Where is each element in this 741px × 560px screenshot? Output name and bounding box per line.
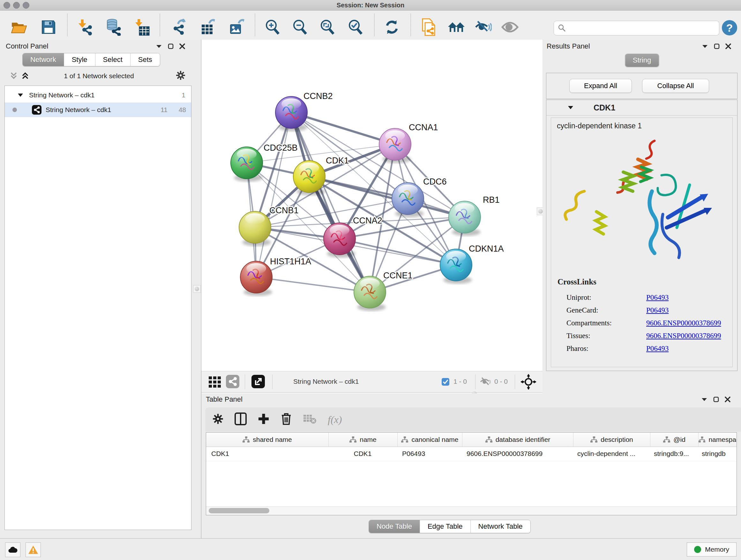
refresh-view-button[interactable] bbox=[384, 19, 400, 37]
column-header-name[interactable]: name bbox=[329, 433, 398, 447]
float-panel-icon[interactable] bbox=[168, 44, 174, 49]
delete-column-trash-icon[interactable] bbox=[280, 413, 292, 427]
network-share-icon[interactable] bbox=[226, 374, 240, 390]
gene-disclosure-icon[interactable] bbox=[567, 105, 574, 110]
tab-edge-table[interactable]: Edge Table bbox=[420, 520, 471, 533]
node-HIST1H1A[interactable]: HIST1H1A bbox=[240, 257, 311, 296]
search-box[interactable] bbox=[554, 21, 719, 36]
float-panel-icon[interactable] bbox=[713, 396, 719, 402]
open-in-external-icon[interactable] bbox=[251, 374, 265, 390]
disclosure-triangle-icon[interactable] bbox=[17, 93, 23, 98]
crosslink-value-link[interactable]: P06493 bbox=[646, 294, 669, 302]
hidden-eye-slash-icon[interactable] bbox=[480, 377, 492, 388]
show-columns-icon[interactable] bbox=[234, 413, 247, 427]
close-window-button[interactable] bbox=[3, 2, 10, 9]
node-label-CDK1: CDK1 bbox=[326, 156, 349, 165]
column-header-shared-name[interactable]: shared name bbox=[206, 433, 329, 447]
delete-table-icon[interactable] bbox=[303, 414, 317, 426]
close-panel-icon[interactable] bbox=[179, 44, 185, 49]
float-panel-icon[interactable] bbox=[714, 44, 720, 49]
import-network-from-file-button[interactable] bbox=[77, 19, 94, 37]
save-session-button[interactable] bbox=[41, 19, 56, 36]
panel-menu-icon[interactable] bbox=[702, 44, 708, 49]
node-CDC25B[interactable]: CDC25B bbox=[231, 143, 298, 182]
birds-eye-view-icon[interactable] bbox=[521, 374, 536, 391]
panel-menu-icon[interactable] bbox=[701, 397, 708, 401]
hide-selected-eye-icon[interactable] bbox=[475, 20, 492, 36]
network-canvas[interactable]: CCNB2CCNA1CDC25BCDK1CDC6RB1CCNB1CCNA2CDK… bbox=[201, 40, 542, 371]
scrollbar-thumb[interactable] bbox=[209, 508, 269, 513]
panel-menu-icon[interactable] bbox=[156, 44, 162, 49]
column-header-database-identifier[interactable]: database identifier bbox=[462, 433, 574, 447]
export-table-button[interactable] bbox=[200, 19, 216, 37]
open-session-button[interactable] bbox=[10, 19, 28, 36]
search-input[interactable] bbox=[566, 24, 704, 32]
node-RB1[interactable]: RB1 bbox=[449, 195, 500, 236]
minimize-window-button[interactable] bbox=[13, 2, 20, 9]
warnings-button[interactable] bbox=[25, 543, 41, 557]
zoom-window-button[interactable] bbox=[23, 2, 29, 9]
clone-network-button[interactable] bbox=[420, 18, 436, 37]
export-image-button[interactable] bbox=[228, 19, 245, 37]
crosslink-value-link[interactable]: 9606.ENSP00000378699 bbox=[646, 332, 721, 340]
table-tabs: Node TableEdge TableNetwork Table bbox=[368, 520, 531, 533]
tab-sets[interactable]: Sets bbox=[131, 53, 160, 66]
edge-HIST1H1A-CCNE1[interactable] bbox=[256, 277, 370, 292]
crosslink-value-link[interactable]: P06493 bbox=[646, 306, 669, 314]
function-builder-icon[interactable]: f(x) bbox=[328, 414, 342, 426]
zoom-selected-button[interactable] bbox=[347, 19, 363, 37]
crosslink-label: GeneCard: bbox=[566, 306, 646, 314]
node-CCNA1[interactable]: CCNA1 bbox=[379, 123, 438, 163]
column-header-canonical-name[interactable]: canonical name bbox=[398, 433, 462, 447]
gene-header-row[interactable]: CDK1 bbox=[546, 100, 737, 116]
column-header-description[interactable]: description bbox=[574, 433, 650, 447]
crosslink-value-link[interactable]: P06493 bbox=[646, 345, 669, 353]
expand-all-button[interactable]: Expand All bbox=[569, 79, 632, 93]
zoom-out-button[interactable] bbox=[292, 19, 308, 37]
collapse-all-chevron-icon[interactable] bbox=[10, 71, 18, 81]
tab-string[interactable]: String bbox=[625, 54, 659, 67]
grid-view-icon[interactable] bbox=[208, 375, 222, 390]
memory-button[interactable]: Memory bbox=[687, 543, 737, 557]
show-graphics-details-eye-icon[interactable] bbox=[501, 21, 519, 35]
tab-network[interactable]: Network bbox=[23, 53, 64, 66]
close-panel-icon[interactable] bbox=[725, 44, 731, 49]
tab-node-table[interactable]: Node Table bbox=[369, 520, 420, 533]
tab-style[interactable]: Style bbox=[64, 53, 95, 66]
add-column-icon[interactable] bbox=[258, 413, 270, 426]
node-table[interactable]: shared namenamecanonical namedatabase id… bbox=[206, 432, 737, 515]
zoom-in-button[interactable] bbox=[265, 19, 280, 37]
crosslink-value-link[interactable]: 9606.ENSP00000378699 bbox=[646, 319, 721, 327]
edge-CCNA2-CDKN1A[interactable] bbox=[340, 239, 456, 265]
toolbar-separator bbox=[159, 14, 160, 36]
column-header-namespace[interactable]: namespace bbox=[698, 433, 737, 447]
node-CDK1[interactable]: CDK1 bbox=[293, 156, 349, 195]
table-horizontal-scrollbar[interactable] bbox=[206, 506, 737, 515]
node-CCNB2[interactable]: CCNB2 bbox=[275, 91, 333, 131]
network-collection-row[interactable]: String Network – cdk1 1 bbox=[5, 88, 191, 103]
node-CDKN1A[interactable]: CDKN1A bbox=[440, 244, 504, 284]
left-divider-handle[interactable] bbox=[193, 285, 201, 293]
network-options-gear-icon[interactable] bbox=[176, 70, 186, 82]
tab-select[interactable]: Select bbox=[95, 53, 131, 66]
tab-network-table[interactable]: Network Table bbox=[471, 520, 530, 533]
edge-CCNB2-CCNA1[interactable] bbox=[291, 112, 395, 144]
import-table-from-file-button[interactable] bbox=[134, 18, 150, 37]
table-row[interactable]: CDK1CDK1P064939606.ENSP00000378699cyclin… bbox=[206, 447, 737, 461]
table-cell: P06493 bbox=[397, 447, 461, 461]
expand-all-chevron-icon[interactable] bbox=[21, 71, 29, 81]
selected-checkbox-icon[interactable] bbox=[441, 378, 450, 387]
export-network-button[interactable] bbox=[171, 19, 188, 37]
collapse-all-button[interactable]: Collapse All bbox=[642, 79, 709, 93]
help-button[interactable]: ? bbox=[722, 20, 737, 36]
column-header--id[interactable]: @id bbox=[650, 433, 698, 447]
network-row-selected[interactable]: String Network – cdk1 11 48 bbox=[5, 103, 191, 117]
home-button[interactable] bbox=[448, 20, 465, 36]
cloud-status-button[interactable] bbox=[5, 543, 20, 557]
crosslink-row: Uniprot:P06493 bbox=[566, 294, 732, 302]
network-view[interactable]: CCNB2CCNA1CDC25BCDK1CDC6RB1CCNB1CCNA2CDK… bbox=[201, 40, 542, 393]
close-panel-icon[interactable] bbox=[725, 396, 731, 402]
zoom-fit-button[interactable] bbox=[320, 19, 335, 37]
import-network-from-database-button[interactable] bbox=[105, 18, 122, 37]
table-settings-gear-icon[interactable] bbox=[212, 413, 224, 426]
